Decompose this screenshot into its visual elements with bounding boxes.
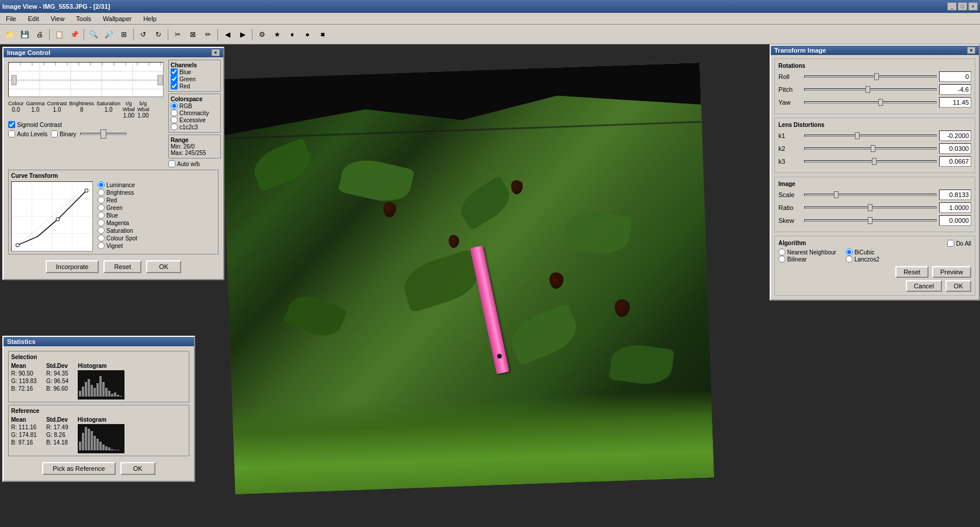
yaw-value[interactable] <box>939 97 971 108</box>
toolbar-extra3[interactable]: ♦ <box>285 27 299 42</box>
channel-red-checkbox[interactable] <box>171 82 178 89</box>
curve-blue-label[interactable]: Blue <box>98 212 137 219</box>
ic-reset-button[interactable]: Reset <box>103 260 141 273</box>
auto-levels-label[interactable]: Auto Levels <box>8 130 47 137</box>
sigmoid-label[interactable]: Sigmoid Contrast <box>8 121 62 128</box>
cs-rgb-radio[interactable] <box>171 102 178 109</box>
toolbar-rotate-right[interactable]: ↻ <box>151 27 165 42</box>
transform-ok-button[interactable]: OK <box>946 280 971 292</box>
transform-close[interactable]: × <box>967 47 975 54</box>
k2-slider-thumb[interactable] <box>871 145 875 152</box>
skew-slider-thumb[interactable] <box>868 217 872 224</box>
curve-saturation-radio[interactable] <box>98 227 105 234</box>
menu-file[interactable]: File <box>2 14 20 23</box>
k3-value[interactable] <box>939 156 971 167</box>
algo-bilinear-label[interactable]: Bilinear <box>778 256 836 263</box>
channel-blue-checkbox[interactable] <box>171 68 178 75</box>
pitch-slider-thumb[interactable] <box>865 86 870 93</box>
toolbar-fit[interactable]: ⊞ <box>117 27 131 42</box>
skew-value[interactable] <box>939 215 971 226</box>
sigmoid-checkbox[interactable] <box>8 121 15 128</box>
toolbar-extra1[interactable]: ⚙ <box>255 27 269 42</box>
cs-chromacity-radio[interactable] <box>171 109 178 116</box>
algo-lanczos-label[interactable]: Lanczos2 <box>846 256 879 263</box>
curve-brightness-label[interactable]: Brightness <box>98 189 137 196</box>
menu-edit[interactable]: Edit <box>25 14 43 23</box>
curve-canvas[interactable] <box>11 181 93 252</box>
curve-magenta-radio[interactable] <box>98 219 105 226</box>
cs-chromacity-label[interactable]: Chromacity <box>171 109 219 116</box>
ratio-slider-thumb[interactable] <box>868 204 872 211</box>
transform-reset-button[interactable]: Reset <box>895 266 929 278</box>
pick-as-reference-button[interactable]: Pick as Reference <box>42 462 115 475</box>
auto-wb-label[interactable]: Auto w/b <box>168 160 221 167</box>
channel-green-checkbox[interactable] <box>171 75 178 82</box>
curve-green-label[interactable]: Green <box>98 204 137 211</box>
menu-wallpaper[interactable]: Wallpaper <box>99 14 135 23</box>
toolbar-crop[interactable]: ⊠ <box>186 27 200 42</box>
yaw-slider-thumb[interactable] <box>878 99 883 106</box>
toolbar-save[interactable]: 💾 <box>18 27 32 42</box>
toolbar-rotate-left[interactable]: ↺ <box>136 27 150 42</box>
close-button[interactable]: × <box>968 2 978 11</box>
curve-magenta-label[interactable]: Magenta <box>98 219 137 226</box>
curve-saturation-label[interactable]: Saturation <box>98 227 137 234</box>
maximize-button[interactable]: □ <box>958 2 967 11</box>
k1-value[interactable] <box>939 130 971 141</box>
curve-brightness-radio[interactable] <box>98 189 105 196</box>
curve-red-radio[interactable] <box>98 197 105 204</box>
scale-value[interactable] <box>939 190 971 200</box>
curve-luminance-radio[interactable] <box>98 181 105 188</box>
k2-value[interactable] <box>939 143 971 154</box>
curve-vignet-label[interactable]: Vignet <box>98 242 137 249</box>
binary-slider[interactable] <box>80 133 127 135</box>
toolbar-select[interactable]: ✂ <box>171 27 185 42</box>
auto-wb-checkbox[interactable] <box>168 160 175 167</box>
transform-preview-button[interactable]: Preview <box>932 266 971 278</box>
cs-excessive-label[interactable]: Excessive <box>171 116 219 123</box>
toolbar-zoom-out[interactable]: 🔎 <box>102 27 116 42</box>
algo-nn-label[interactable]: Nearest Neighbour <box>778 249 836 256</box>
algo-nn-radio[interactable] <box>778 249 785 256</box>
image-control-close[interactable]: × <box>212 49 220 56</box>
roll-slider-thumb[interactable] <box>874 73 879 80</box>
minimize-button[interactable]: _ <box>947 2 957 11</box>
curve-blue-radio[interactable] <box>98 212 105 219</box>
pitch-value[interactable] <box>939 84 971 95</box>
scale-slider-thumb[interactable] <box>834 191 839 198</box>
curve-vignet-radio[interactable] <box>98 242 105 249</box>
menu-tools[interactable]: Tools <box>72 14 95 23</box>
ratio-value[interactable] <box>939 202 971 213</box>
binary-checkbox[interactable] <box>51 130 58 137</box>
channel-green-label[interactable]: Green <box>171 75 219 82</box>
toolbar-extra2[interactable]: ★ <box>270 27 284 42</box>
cs-rgb-label[interactable]: RGB <box>171 102 219 109</box>
algo-bicubic-radio[interactable] <box>846 249 853 256</box>
k3-slider-thumb[interactable] <box>872 158 877 165</box>
menu-view[interactable]: View <box>47 14 68 23</box>
algo-lanczos-radio[interactable] <box>846 256 853 263</box>
cs-c1c2c3-label[interactable]: c1c2c3 <box>171 123 219 130</box>
toolbar-paste[interactable]: 📌 <box>67 27 81 42</box>
cs-excessive-radio[interactable] <box>171 116 178 123</box>
curve-colourspot-label[interactable]: Colour Spot <box>98 235 137 242</box>
toolbar-prev[interactable]: ◀ <box>220 27 234 42</box>
channel-blue-label[interactable]: Blue <box>171 68 219 75</box>
curve-red-label[interactable]: Red <box>98 197 137 204</box>
transform-cancel-button[interactable]: Cancel <box>906 280 942 292</box>
auto-levels-checkbox[interactable] <box>8 130 15 137</box>
toolbar-extra4[interactable]: ● <box>300 27 314 42</box>
algo-bicubic-label[interactable]: BiCubic <box>846 249 879 256</box>
do-all-checkbox[interactable] <box>947 240 954 247</box>
curve-colourspot-radio[interactable] <box>98 235 105 242</box>
toolbar-extra5[interactable]: ■ <box>316 27 330 42</box>
binary-label[interactable]: Binary <box>51 130 76 137</box>
stats-ok-button[interactable]: OK <box>120 462 155 475</box>
toolbar-copy[interactable]: 📋 <box>52 27 66 42</box>
menu-help[interactable]: Help <box>140 14 160 23</box>
curve-green-radio[interactable] <box>98 204 105 211</box>
toolbar-open[interactable]: 📁 <box>2 27 16 42</box>
incorporate-button[interactable]: Incorporate <box>46 260 99 273</box>
toolbar-draw[interactable]: ✏ <box>201 27 215 42</box>
toolbar-next[interactable]: ▶ <box>236 27 250 42</box>
